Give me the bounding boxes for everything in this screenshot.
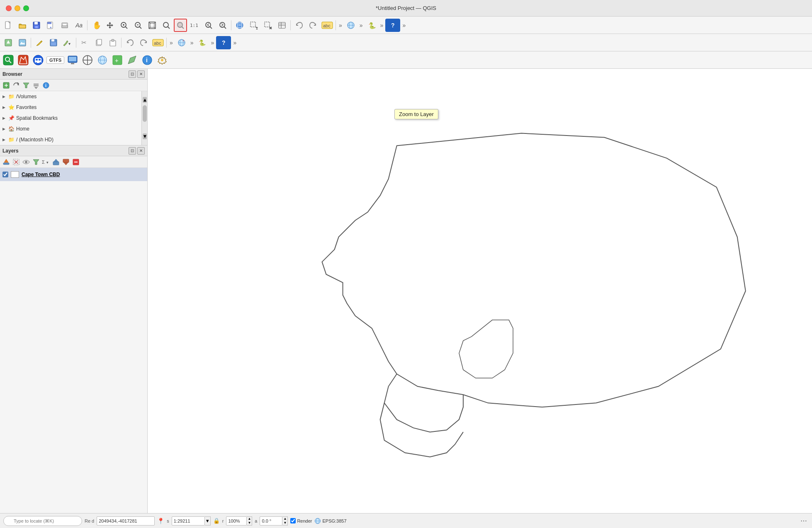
selection-tool-button[interactable] bbox=[126, 53, 139, 67]
config-plugin-button[interactable] bbox=[156, 53, 169, 67]
info-plugin-button[interactable]: i bbox=[141, 53, 154, 67]
magnification-up[interactable]: ▲ bbox=[247, 517, 252, 521]
copy-button[interactable] bbox=[92, 36, 105, 49]
layer-checkbox-cape-town[interactable] bbox=[2, 172, 8, 177]
identify-button[interactable] bbox=[233, 19, 246, 32]
edit-overflow-3[interactable]: » bbox=[210, 39, 216, 46]
zoom-in-button[interactable] bbox=[117, 19, 131, 32]
browser-item-macintosh-hd[interactable]: ▶ 📁 / (Macintosh HD) bbox=[0, 134, 141, 145]
scroll-up-arrow[interactable]: ▲ bbox=[143, 97, 147, 103]
browser-close-button[interactable]: ✕ bbox=[137, 70, 145, 78]
edit-overflow-4[interactable]: » bbox=[232, 39, 238, 46]
layers-remove-btn[interactable] bbox=[12, 157, 21, 167]
zoom-full-button[interactable] bbox=[146, 19, 159, 32]
minimize-button[interactable] bbox=[15, 5, 20, 11]
undo-button[interactable] bbox=[292, 19, 306, 32]
help-button[interactable]: ? bbox=[385, 19, 400, 32]
toggle-editing-button[interactable] bbox=[33, 36, 46, 49]
locate-search-input[interactable] bbox=[3, 516, 82, 526]
edit-overflow-2[interactable]: » bbox=[189, 39, 195, 46]
toolbar-overflow-2[interactable]: » bbox=[358, 22, 364, 29]
zoom-layer-button[interactable] bbox=[174, 19, 187, 32]
layers-visible-btn[interactable] bbox=[22, 157, 31, 167]
zoom-next-button[interactable] bbox=[216, 19, 229, 32]
browser-dock-button[interactable]: ⊡ bbox=[129, 70, 136, 78]
browser-item-favorites[interactable]: ▶ ⭐ Favorites bbox=[0, 102, 141, 113]
toolbar-overflow-4[interactable]: » bbox=[401, 22, 407, 29]
new-file-button[interactable] bbox=[2, 19, 15, 32]
edit-overflow-1[interactable]: » bbox=[168, 39, 174, 46]
render-checkbox[interactable] bbox=[290, 518, 296, 523]
rotation-up[interactable]: ▲ bbox=[282, 517, 287, 521]
rotation-stepper[interactable]: ▲ ▼ bbox=[282, 516, 288, 526]
map-canvas[interactable]: Zoom to Layer bbox=[148, 69, 812, 513]
browser-item-volumes[interactable]: ▶ 📁 /Volumes bbox=[0, 91, 141, 102]
deselect-button[interactable] bbox=[261, 19, 275, 32]
search-plugin-button[interactable] bbox=[2, 53, 15, 67]
scale-input[interactable] bbox=[172, 516, 205, 526]
browser-info-btn[interactable]: i bbox=[41, 81, 51, 90]
digitize-dropdown-button[interactable]: ▾ bbox=[61, 36, 74, 49]
label-button[interactable]: abc bbox=[321, 19, 334, 32]
scroll-down-arrow[interactable]: ▼ bbox=[143, 133, 147, 139]
screen-plugin-button[interactable] bbox=[66, 53, 79, 67]
zoom-out-button[interactable] bbox=[131, 19, 145, 32]
text-button[interactable]: Aa bbox=[72, 19, 85, 32]
layer-item-cape-town[interactable]: Cape Town CBD bbox=[0, 168, 147, 181]
layers-dock-button[interactable]: ⊡ bbox=[129, 147, 136, 155]
browser-add-button[interactable] bbox=[2, 81, 11, 90]
browser-item-bookmarks[interactable]: ▶ 📌 Spatial Bookmarks bbox=[0, 113, 141, 124]
rotation-input[interactable] bbox=[260, 516, 282, 526]
browser-item-home[interactable]: ▶ 🏠 Home bbox=[0, 124, 141, 134]
add-raster-layer-button[interactable] bbox=[16, 36, 29, 49]
browser-filter-button[interactable] bbox=[22, 81, 31, 90]
paste-button[interactable] bbox=[106, 36, 119, 49]
statusbar-more-button[interactable]: ⋯ bbox=[799, 516, 809, 526]
label-edit-button[interactable]: abc bbox=[151, 36, 165, 49]
save-layer-button[interactable] bbox=[47, 36, 60, 49]
maximize-button[interactable] bbox=[23, 5, 29, 11]
pan-button[interactable]: ✋ bbox=[89, 19, 102, 32]
map-plugin-button[interactable] bbox=[17, 53, 30, 67]
attribute-table-button[interactable] bbox=[275, 19, 289, 32]
redo-edit-button[interactable] bbox=[137, 36, 151, 49]
toolbar-overflow-1[interactable]: » bbox=[338, 22, 343, 29]
zoom-native-button[interactable]: 1:1 bbox=[188, 19, 201, 32]
python-button[interactable]: 🐍 bbox=[365, 19, 378, 32]
rotation-down[interactable]: ▼ bbox=[282, 521, 287, 525]
browser-refresh-button[interactable] bbox=[12, 81, 21, 90]
save-as-button[interactable]: + bbox=[44, 19, 57, 32]
select-features-button[interactable] bbox=[247, 19, 260, 32]
toolbar-overflow-3[interactable]: » bbox=[379, 22, 385, 29]
browser-collapse-button[interactable] bbox=[32, 81, 41, 90]
cut-button[interactable]: ✂ bbox=[78, 36, 91, 49]
layers-close-button[interactable]: ✕ bbox=[137, 147, 145, 155]
add-selected-button[interactable]: + bbox=[111, 53, 124, 67]
layers-add-btn[interactable] bbox=[2, 157, 11, 167]
pan-map-button[interactable] bbox=[103, 19, 117, 32]
browser-scroll-thumb[interactable] bbox=[143, 105, 147, 122]
help-edit-button[interactable]: ? bbox=[216, 36, 231, 49]
browser-scrollbar[interactable]: ▲ ▼ bbox=[141, 91, 147, 145]
open-button[interactable] bbox=[16, 19, 29, 32]
gtfs-button[interactable]: GTFS bbox=[46, 56, 64, 64]
zoom-selection-button[interactable] bbox=[160, 19, 173, 32]
coordinate-input[interactable] bbox=[97, 516, 155, 526]
undo-edit-button[interactable] bbox=[123, 36, 136, 49]
print-composer-button[interactable] bbox=[58, 19, 71, 32]
zoom-last-button[interactable] bbox=[202, 19, 215, 32]
add-vector-layer-button[interactable] bbox=[2, 36, 15, 49]
layers-remove-layer-btn[interactable] bbox=[71, 157, 80, 167]
layers-order-btn[interactable]: Σ▾ bbox=[41, 157, 51, 167]
web-button[interactable]: + bbox=[175, 36, 188, 49]
save-button[interactable] bbox=[30, 19, 43, 32]
scale-dropdown-button[interactable]: ▾ bbox=[205, 516, 211, 526]
globe-plugin-button[interactable] bbox=[96, 53, 109, 67]
close-button[interactable] bbox=[6, 5, 12, 11]
magnification-stepper[interactable]: ▲ ▼ bbox=[247, 516, 252, 526]
transit-plugin-button[interactable] bbox=[32, 53, 45, 67]
crs-button[interactable] bbox=[344, 19, 357, 32]
magnification-down[interactable]: ▼ bbox=[247, 521, 252, 525]
crosshair-button[interactable] bbox=[81, 53, 94, 67]
redo-button[interactable] bbox=[306, 19, 320, 32]
